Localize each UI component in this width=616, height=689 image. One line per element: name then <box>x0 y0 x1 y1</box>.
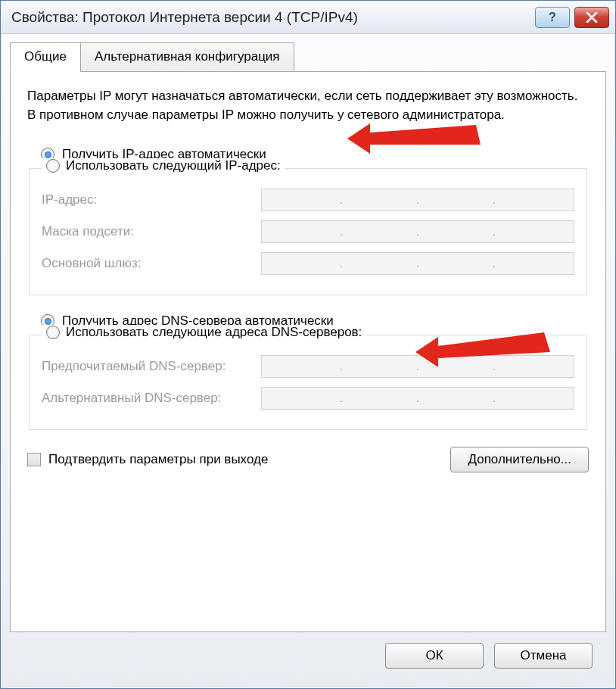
field-subnet-mask: Маска подсети: ... <box>42 220 574 243</box>
field-dns-alternate: Альтернативный DNS-сервер: ... <box>42 387 574 410</box>
help-button[interactable]: ? <box>535 7 570 28</box>
radio-dns-manual[interactable]: Использовать следующие адреса DNS-сервер… <box>42 325 366 340</box>
advanced-button[interactable]: Дополнительно... <box>450 447 589 472</box>
tab-panel: Параметры IP могут назначаться автоматич… <box>10 71 606 632</box>
field-label: Маска подсети: <box>42 224 261 239</box>
close-icon <box>586 12 598 23</box>
field-label: Основной шлюз: <box>42 256 261 271</box>
tab-strip: Общие Альтернативная конфигурация <box>10 42 606 71</box>
bottom-row: Подтвердить параметры при выходе Дополни… <box>27 447 589 472</box>
checkbox-confirm-on-exit[interactable]: Подтвердить параметры при выходе <box>27 452 268 467</box>
checkbox-icon <box>27 453 41 466</box>
close-button[interactable] <box>574 7 609 28</box>
field-label: Предпочитаемый DNS-сервер: <box>42 359 261 374</box>
field-dns-preferred: Предпочитаемый DNS-сервер: ... <box>42 355 574 378</box>
tab-general[interactable]: Общие <box>10 42 81 72</box>
ok-button[interactable]: ОК <box>385 643 484 669</box>
radio-icon <box>46 159 60 173</box>
radio-icon <box>46 326 60 339</box>
radio-label: Использовать следующие адреса DNS-сервер… <box>66 325 362 340</box>
field-gateway: Основной шлюз: ... <box>42 252 574 275</box>
button-bar: ОК Отмена <box>10 632 606 679</box>
client-area: Общие Альтернативная конфигурация Параме… <box>1 34 615 688</box>
dns-preferred-input[interactable]: ... <box>261 355 574 378</box>
cancel-button[interactable]: Отмена <box>494 643 593 669</box>
group-dns-manual: Использовать следующие адреса DNS-сервер… <box>29 335 587 430</box>
radio-label: Использовать следующий IP-адрес: <box>66 158 281 173</box>
window-title: Свойства: Протокол Интернета версии 4 (T… <box>11 9 530 26</box>
tab-alternative[interactable]: Альтернативная конфигурация <box>80 42 294 72</box>
field-label: Альтернативный DNS-сервер: <box>42 391 261 406</box>
checkbox-label: Подтвердить параметры при выходе <box>48 452 268 467</box>
radio-ip-manual[interactable]: Использовать следующий IP-адрес: <box>42 158 285 173</box>
description-text: Параметры IP могут назначаться автоматич… <box>27 87 589 124</box>
dns-alternate-input[interactable]: ... <box>261 387 574 410</box>
field-label: IP-адрес: <box>42 192 261 207</box>
ip-address-input[interactable]: ... <box>261 189 574 211</box>
field-ip-address: IP-адрес: ... <box>42 189 574 211</box>
group-ip-manual: Использовать следующий IP-адрес: IP-адре… <box>29 168 587 295</box>
gateway-input[interactable]: ... <box>261 252 574 275</box>
titlebar: Свойства: Протокол Интернета версии 4 (T… <box>1 1 615 34</box>
subnet-mask-input[interactable]: ... <box>261 220 574 243</box>
dialog-window: Свойства: Протокол Интернета версии 4 (T… <box>0 0 616 689</box>
